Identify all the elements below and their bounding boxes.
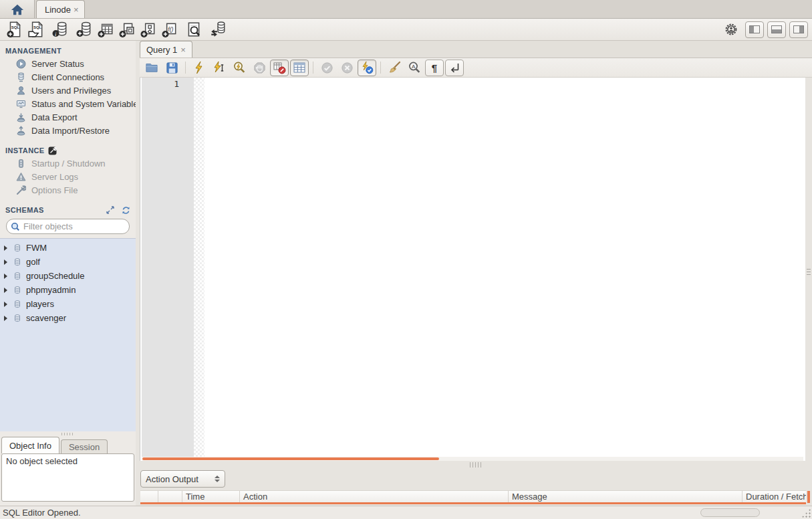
rollback-x-icon	[341, 62, 354, 74]
close-query-tab-icon[interactable]: ×	[180, 45, 186, 55]
query-tabbar: Query 1 ×	[140, 41, 812, 58]
navigator-sidebar: MANAGEMENT Server Status Client Connecti…	[0, 41, 136, 506]
output-vscrollbar-thumb[interactable]	[807, 491, 810, 503]
sidebar-item-data-export[interactable]: Data Export	[0, 110, 136, 124]
new-sql-tab-button[interactable]: SQL	[4, 20, 25, 39]
sidebar-item-options-file[interactable]: Options File	[0, 183, 136, 197]
toggle-bottom-panel-button[interactable]	[767, 21, 786, 38]
create-schema-button[interactable]	[74, 20, 95, 39]
expand-schemas-icon[interactable]	[106, 206, 114, 214]
status-text: SQL Editor Opened.	[3, 508, 81, 518]
reconnect-dbms-icon	[209, 21, 227, 38]
schema-filter	[6, 219, 130, 234]
find-magnifier-icon: A	[408, 61, 421, 74]
limit-rows-button[interactable]	[290, 60, 309, 76]
expander-icon[interactable]	[4, 288, 7, 293]
output-col-action[interactable]: Action	[240, 491, 509, 502]
editor-hscrollbar-thumb[interactable]	[142, 457, 439, 460]
sidebar-item-startup-shutdown[interactable]: Startup / Shutdown	[0, 157, 136, 170]
editor-hscrollbar[interactable]	[142, 457, 803, 461]
inspect-database-button[interactable]: i	[49, 20, 71, 39]
schema-row-players[interactable]: players	[0, 297, 136, 311]
sql-editor-area: Query 1 ×	[140, 41, 812, 506]
refresh-schemas-icon[interactable]	[122, 206, 130, 215]
sidebar-item-server-logs[interactable]: Server Logs	[0, 170, 136, 183]
find-button[interactable]: A	[405, 60, 424, 76]
create-table-button[interactable]	[95, 20, 116, 39]
execute-script-button[interactable]	[190, 60, 209, 76]
toggle-word-wrap-button[interactable]	[445, 60, 464, 76]
stop-execution-button[interactable]	[250, 60, 269, 76]
expander-icon[interactable]	[4, 316, 7, 321]
pilcrow-icon: ¶	[432, 62, 437, 74]
toggle-left-sidebar-button[interactable]	[745, 21, 764, 38]
toggle-autocommit-button[interactable]	[358, 60, 376, 76]
server-status-icon	[15, 58, 26, 69]
rollback-button[interactable]	[337, 60, 356, 76]
sidebar-item-data-import[interactable]: Data Import/Restore	[0, 124, 136, 137]
sidebar-item-status-system-variables[interactable]: Status and System Variables	[0, 97, 136, 110]
close-tab-icon[interactable]: ×	[74, 5, 79, 15]
sql-code-editor[interactable]: 1	[140, 78, 805, 461]
output-col-duration[interactable]: Duration / Fetch	[742, 491, 806, 502]
schema-name: players	[26, 299, 54, 309]
sidebar-item-client-connections[interactable]: Client Connections	[0, 70, 136, 84]
select-spinner-icon	[215, 476, 220, 482]
beautify-script-button[interactable]	[385, 60, 404, 76]
sidebar-splitter-handle[interactable]	[0, 431, 136, 436]
create-procedure-button[interactable]	[138, 20, 159, 39]
open-sql-script-button[interactable]: SQL	[25, 20, 47, 39]
toggle-stop-on-error-button[interactable]	[270, 60, 289, 76]
output-col-status[interactable]	[140, 491, 158, 502]
create-view-button[interactable]	[116, 20, 138, 39]
schema-db-icon	[12, 243, 23, 253]
sidebar-item-label: Users and Privileges	[31, 86, 111, 96]
expander-icon[interactable]	[4, 274, 7, 279]
window-resize-grip[interactable]	[801, 508, 811, 518]
create-schema-icon	[76, 21, 93, 38]
output-col-time[interactable]: Time	[182, 491, 240, 502]
home-tab[interactable]	[0, 0, 35, 18]
output-col-message[interactable]: Message	[509, 491, 742, 502]
editor-output-splitter[interactable]	[140, 461, 812, 469]
output-col-index[interactable]	[158, 491, 182, 502]
execute-current-statement-button[interactable]	[210, 60, 229, 76]
save-script-button[interactable]	[162, 60, 181, 76]
connection-tab-linode[interactable]: Linode ×	[36, 0, 85, 18]
output-type-select[interactable]: Action Output	[140, 470, 225, 488]
sidebar-item-users-and-privileges[interactable]: Users and Privileges	[0, 84, 136, 97]
reconnect-dbms-button[interactable]	[207, 20, 229, 39]
schema-row-golf[interactable]: golf	[0, 255, 136, 269]
connection-tab-label: Linode	[45, 5, 71, 15]
sidebar-item-label: Status and System Variables	[31, 99, 136, 109]
schema-row-groupschedule[interactable]: groupSchedule	[0, 269, 136, 283]
tab-query-1[interactable]: Query 1 ×	[140, 41, 192, 58]
create-function-button[interactable]: f()	[159, 20, 180, 39]
toggle-invisible-characters-button[interactable]: ¶	[425, 60, 444, 76]
tab-session[interactable]: Session	[61, 439, 108, 453]
toggle-right-sidebar-button[interactable]	[789, 21, 808, 38]
tab-object-info[interactable]: Object Info	[1, 437, 59, 453]
output-hscrollbar-thumb[interactable]	[700, 508, 760, 517]
server-logs-icon	[15, 171, 26, 182]
expander-icon[interactable]	[4, 245, 7, 251]
filter-magnifier-icon	[11, 222, 20, 231]
open-script-button[interactable]	[142, 60, 161, 76]
object-info-panel: No object selected	[1, 453, 134, 502]
search-objects-button[interactable]	[183, 20, 205, 39]
svg-text:f(): f()	[168, 26, 173, 33]
schema-name: FWM	[26, 243, 47, 253]
expander-icon[interactable]	[4, 260, 7, 265]
schema-filter-input[interactable]	[23, 221, 136, 231]
schema-row-phpmyadmin[interactable]: phpmyadmin	[0, 283, 136, 297]
schema-row-scavenger[interactable]: scavenger	[0, 311, 136, 325]
expander-icon[interactable]	[4, 302, 7, 307]
schema-row-fwm[interactable]: FWM	[0, 241, 136, 255]
explain-plan-button[interactable]	[230, 60, 249, 76]
schema-name: golf	[26, 257, 40, 267]
editor-right-splitter-handle[interactable]	[807, 269, 811, 276]
commit-button[interactable]	[317, 60, 336, 76]
preferences-button[interactable]	[720, 20, 742, 39]
schema-db-icon	[12, 313, 23, 324]
sidebar-item-server-status[interactable]: Server Status	[0, 57, 136, 70]
